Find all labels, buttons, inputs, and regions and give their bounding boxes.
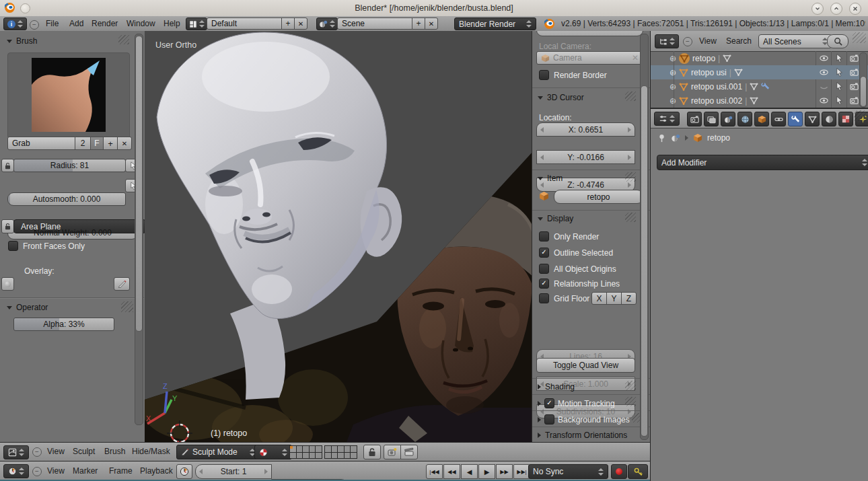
brush-name-field[interactable]: Grab — [7, 137, 83, 150]
visibility-eye-icon[interactable] — [820, 54, 828, 63]
layer-cell[interactable] — [351, 453, 357, 459]
outline-selected-row[interactable]: ✓ Outline Selected — [539, 248, 613, 258]
menu-help[interactable]: Help — [164, 19, 180, 28]
increment-arrow-icon[interactable] — [628, 409, 631, 414]
editor-type-selector-properties[interactable] — [654, 112, 680, 126]
outliner-row-selected[interactable]: ⊕ retopo usi | — [651, 65, 868, 79]
unified-radius-toggle[interactable] — [1, 159, 14, 172]
layer-cell[interactable] — [338, 453, 344, 459]
decrement-arrow-icon[interactable] — [540, 127, 544, 133]
outliner-menu-view[interactable]: View — [699, 36, 717, 46]
grid-floor-checkbox[interactable] — [539, 293, 549, 303]
relationship-lines-row[interactable]: ✓ Relationship Lines — [539, 279, 620, 289]
cursor-x-field[interactable]: X: 0.6651 — [536, 122, 635, 137]
play-button[interactable]: ▶ — [478, 464, 495, 479]
render-engine-select[interactable]: Blender Render — [454, 17, 536, 30]
fake-user-button[interactable]: F — [90, 137, 104, 150]
scene-icon-button[interactable] — [316, 17, 338, 30]
layer-cell[interactable] — [316, 453, 322, 459]
tab-texture[interactable] — [838, 112, 853, 126]
collapse-menus-icon[interactable]: − — [32, 467, 42, 476]
view3d-menu-hidemask[interactable]: Hide/Mask — [132, 447, 170, 456]
mode-select[interactable]: Sculpt Mode — [176, 445, 260, 459]
background-images-panel-header[interactable]: Background Images — [538, 414, 630, 424]
tab-scene[interactable] — [721, 112, 735, 126]
toggle-quad-view-button[interactable]: Toggle Quad View — [536, 358, 635, 373]
panel-drag-corner[interactable] — [625, 172, 636, 182]
visibility-eye-icon[interactable] — [820, 96, 828, 105]
layer-cell[interactable] — [303, 453, 309, 459]
motion-tracking-checkbox[interactable]: ✓ — [544, 398, 554, 408]
scene-context-icon[interactable] — [671, 133, 680, 143]
panel-drag-corner[interactable] — [625, 397, 636, 406]
render-border-checkbox[interactable] — [539, 70, 549, 80]
opengl-render-button[interactable] — [384, 445, 401, 459]
unlink-brush-button[interactable]: ✕ — [117, 137, 132, 150]
timeline-menu-marker[interactable]: Marker — [73, 466, 98, 476]
decrement-arrow-icon[interactable] — [199, 469, 203, 474]
sync-mode-select[interactable]: No Sync — [528, 464, 608, 479]
editor-type-selector-info[interactable]: i — [3, 17, 27, 30]
display-panel-header[interactable]: Display — [538, 214, 573, 223]
renderability-camera-icon[interactable] — [850, 82, 859, 91]
menu-file[interactable]: File — [46, 19, 59, 28]
grid-axis-y-button[interactable]: Y — [606, 292, 622, 305]
layer-cell[interactable] — [325, 446, 331, 452]
tab-object[interactable] — [754, 112, 769, 126]
panel-drag-corner[interactable] — [121, 301, 133, 312]
collapse-menus-icon[interactable]: − — [683, 37, 692, 46]
object-name[interactable]: retopo — [692, 54, 715, 63]
layer-cell[interactable] — [290, 453, 296, 459]
front-faces-only-row[interactable]: Front Faces Only — [8, 241, 85, 251]
viewport-shading-select[interactable] — [254, 445, 292, 459]
renderability-camera-icon[interactable] — [850, 96, 859, 105]
all-object-origins-row[interactable]: All Object Origins — [539, 264, 616, 274]
autosmooth-slider[interactable]: Autosmooth: 0.000 — [7, 192, 126, 206]
cursor-panel-header[interactable]: 3D Cursor — [538, 93, 584, 102]
scene-name[interactable]: Scene — [337, 17, 421, 30]
local-camera-field[interactable]: Camera ✕ — [536, 51, 643, 65]
decrement-arrow-icon[interactable] — [540, 409, 544, 414]
all-object-origins-checkbox[interactable] — [539, 264, 549, 274]
selectability-cursor-icon[interactable] — [835, 82, 844, 91]
record-button[interactable] — [611, 464, 627, 479]
scrollbar-thumb[interactable] — [860, 76, 867, 107]
transform-orientations-panel-header[interactable]: Transform Orientations — [538, 431, 627, 440]
jump-to-start-button[interactable]: |◀◀ — [426, 464, 443, 479]
layer-cell[interactable] — [332, 446, 338, 452]
background-images-checkbox[interactable] — [544, 414, 554, 424]
tab-modifiers-active[interactable] — [788, 112, 803, 126]
brush-preview-image[interactable] — [32, 58, 106, 132]
tab-world[interactable] — [737, 112, 752, 126]
motion-tracking-panel-header[interactable]: ✓ Motion Tracking — [538, 398, 615, 408]
brush-users-count[interactable]: 2 — [75, 137, 91, 150]
screen-layout-name[interactable]: Default — [207, 17, 290, 30]
cursor-y-field[interactable]: Y: -0.0166 — [536, 150, 635, 164]
add-modifier-select[interactable]: Add Modifier — [657, 155, 868, 170]
layer-cell[interactable] — [316, 446, 322, 452]
editor-type-selector-timeline[interactable] — [3, 464, 29, 478]
delete-layout-button[interactable]: ✕ — [294, 17, 308, 30]
menu-window[interactable]: Window — [126, 19, 155, 28]
view3d-menu-brush[interactable]: Brush — [104, 447, 125, 456]
layer-cell[interactable] — [351, 446, 357, 452]
brush-panel-header[interactable]: Brush — [7, 36, 37, 46]
visibility-eye-icon[interactable] — [820, 68, 828, 77]
selectability-cursor-icon[interactable] — [835, 54, 844, 63]
tab-render[interactable] — [687, 112, 702, 126]
outliner-menu-search[interactable]: Search — [726, 36, 752, 46]
scene-lock-button[interactable] — [363, 445, 381, 459]
selectability-cursor-icon[interactable] — [835, 96, 844, 105]
visibility-eye-closed-icon[interactable] — [820, 83, 828, 92]
tab-material[interactable] — [822, 112, 836, 126]
renderability-camera-icon[interactable] — [850, 54, 859, 63]
outliner-scrollbar[interactable] — [859, 52, 867, 108]
add-layout-button[interactable]: + — [281, 17, 295, 30]
only-render-checkbox[interactable] — [539, 231, 549, 242]
layer-cell[interactable] — [345, 446, 351, 452]
tab-render-layers[interactable] — [704, 112, 719, 126]
layer-cell[interactable] — [310, 453, 316, 459]
shading-panel-header[interactable]: Shading — [538, 382, 575, 392]
selectability-cursor-icon[interactable] — [835, 68, 844, 77]
layer-cell[interactable] — [325, 453, 331, 459]
